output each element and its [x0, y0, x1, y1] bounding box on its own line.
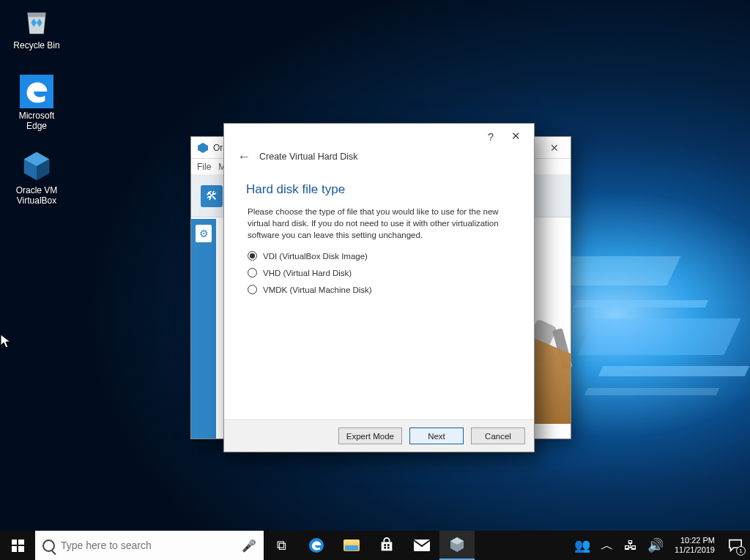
store-icon: [379, 537, 395, 553]
mouse-cursor: [0, 334, 12, 350]
dialog-footer: Expert Mode Next Cancel: [224, 419, 534, 452]
task-view-icon: ⧉: [277, 539, 286, 552]
edge-icon: [20, 75, 53, 108]
taskbar-app-edge[interactable]: [299, 531, 334, 560]
taskbar-search[interactable]: 🎤: [35, 531, 264, 560]
desktop-icon-recycle-bin[interactable]: Recycle Bin: [7, 4, 66, 51]
system-tray[interactable]: 👥 ︿ 🖧 🔊 10:22 PM 11/21/2019 1: [569, 531, 750, 560]
microphone-icon[interactable]: 🎤: [242, 539, 256, 553]
sidebar-tools-icon[interactable]: ⚙: [196, 225, 212, 242]
dialog-titlebar[interactable]: ? ✕: [224, 124, 534, 149]
sidebar: ⚙: [191, 219, 216, 438]
taskbar-clock[interactable]: 10:22 PM 11/21/2019: [669, 536, 721, 555]
virtualbox-icon: [20, 149, 53, 183]
radio-icon: [248, 268, 257, 277]
radio-label: VMDK (Virtual Machine Disk): [263, 285, 372, 294]
radio-icon: [248, 251, 257, 261]
svg-rect-9: [387, 547, 390, 549]
help-button[interactable]: ?: [478, 130, 503, 143]
svg-rect-8: [384, 547, 386, 549]
notification-badge: 1: [736, 546, 746, 556]
desktop-icon-label: Microsoft Edge: [7, 111, 66, 131]
recycle-bin-icon: [20, 4, 53, 38]
create-virtual-hard-disk-dialog[interactable]: ? ✕ ← Create Virtual Hard Disk Hard disk…: [223, 123, 535, 452]
tray-people-icon[interactable]: 👥: [569, 531, 595, 560]
close-icon[interactable]: ✕: [544, 137, 565, 159]
svg-marker-4: [198, 143, 208, 153]
radio-label: VHD (Virtual Hard Disk): [263, 269, 352, 277]
svg-rect-7: [387, 544, 390, 546]
radio-label: VDI (VirtualBox Disk Image): [263, 252, 368, 261]
task-view-button[interactable]: ⧉: [264, 531, 299, 560]
desktop-icon-label: Oracle VM VirtualBox: [7, 185, 66, 206]
section-description: Please choose the type of file that you …: [248, 206, 515, 241]
svg-rect-6: [384, 544, 386, 546]
taskbar-app-mail[interactable]: [404, 531, 439, 560]
tray-network-icon[interactable]: 🖧: [619, 531, 642, 560]
tray-volume-icon[interactable]: 🔊: [642, 531, 669, 560]
radio-option-vmdk[interactable]: VMDK (Virtual Machine Disk): [248, 285, 515, 294]
desktop-light-rays: [557, 256, 750, 447]
close-icon[interactable]: ✕: [503, 130, 528, 143]
taskbar-app-virtualbox[interactable]: [439, 531, 475, 560]
virtualbox-icon: [197, 142, 209, 154]
dialog-content: Hard disk file type Please choose the ty…: [224, 171, 534, 419]
virtualbox-icon: [448, 536, 466, 553]
expert-mode-button[interactable]: Expert Mode: [338, 428, 402, 444]
mail-icon: [413, 538, 431, 553]
taskbar-app-file-explorer[interactable]: [334, 531, 369, 560]
start-button[interactable]: [0, 531, 35, 560]
desktop-icon-edge[interactable]: Microsoft Edge: [7, 75, 66, 131]
desktop-icon-virtualbox[interactable]: Oracle VM VirtualBox: [7, 149, 66, 206]
radio-icon: [248, 285, 257, 294]
search-input[interactable]: [61, 540, 236, 551]
file-explorer-icon: [344, 540, 360, 551]
windows-logo-icon: [12, 540, 24, 552]
search-icon: [42, 540, 55, 552]
clock-time: 10:22 PM: [680, 536, 715, 545]
desktop-icon-label: Recycle Bin: [7, 40, 66, 51]
dialog-title: Create Virtual Hard Disk: [259, 152, 358, 162]
radio-option-vhd[interactable]: VHD (Virtual Hard Disk): [248, 268, 515, 277]
tools-icon: 🛠: [201, 185, 223, 207]
clock-date: 11/21/2019: [675, 545, 715, 555]
tray-overflow-chevron-icon[interactable]: ︿: [595, 531, 619, 560]
cancel-button[interactable]: Cancel: [471, 428, 525, 444]
edge-icon: [308, 537, 325, 554]
action-center-button[interactable]: 1: [721, 531, 750, 560]
taskbar-app-store[interactable]: [369, 531, 404, 560]
section-heading: Hard disk file type: [246, 182, 515, 197]
radio-option-vdi[interactable]: VDI (VirtualBox Disk Image): [248, 251, 515, 261]
taskbar[interactable]: 🎤 ⧉ 👥 ︿ 🖧 🔊 10:22 PM 11/21/2019 1: [0, 531, 750, 560]
next-button[interactable]: Next: [409, 428, 464, 444]
menu-file[interactable]: File: [197, 162, 211, 172]
back-arrow-icon[interactable]: ←: [237, 150, 250, 163]
